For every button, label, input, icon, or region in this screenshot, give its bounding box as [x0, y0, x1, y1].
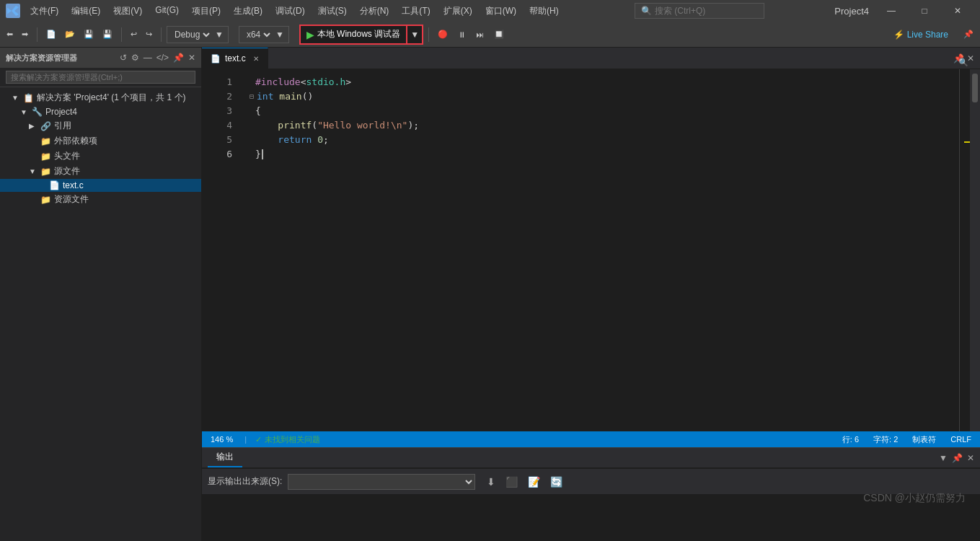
output-controls: 显示输出出来源(S): ⬇ ⬛ 📝 🔄	[202, 468, 980, 494]
toolbar-sep-4	[428, 27, 429, 42]
close-button[interactable]: ✕	[941, 0, 974, 22]
sidebar-search-input[interactable]	[6, 71, 195, 84]
toolbar-new-file[interactable]: 📄	[43, 25, 60, 44]
title-bar-left: 文件(F) 编辑(E) 视图(V) Git(G) 项目(P) 生成(B) 调试(…	[6, 4, 565, 19]
no-issues-status[interactable]: ✓ 未找到相关问题	[255, 434, 320, 445]
output-source-select[interactable]	[288, 474, 475, 490]
output-wrap-icon[interactable]: 📝	[525, 475, 543, 489]
toolbar-breakpoint[interactable]: 🔲	[490, 25, 508, 44]
sidebar-header-icons[interactable]: ↺ ⚙ — </> 📌 ✕	[120, 53, 195, 63]
output-toolbar-icons: ⬇ ⬛ 📝 🔄	[484, 475, 565, 489]
menu-tools[interactable]: 工具(T)	[396, 4, 436, 19]
toolbar-sep-1	[37, 27, 37, 42]
code-content[interactable]: ▼ #include<stdio.h> ⊟ int main() ▼ {	[238, 69, 970, 431]
output-refresh-icon[interactable]: 🔄	[547, 475, 565, 489]
zoom-level[interactable]: 146 %	[208, 435, 236, 444]
sidebar-search[interactable]: 🔍	[0, 68, 201, 87]
live-share-button[interactable]: ⚡ ⚡ Live Share Live Share	[888, 27, 954, 43]
encoding-status[interactable]: 制表符	[909, 434, 939, 445]
output-tab-output[interactable]: 输出	[208, 448, 242, 467]
menu-window[interactable]: 窗口(W)	[480, 4, 522, 19]
tab-empty-space	[268, 48, 948, 69]
output-header-icons[interactable]: ▼ 📌 ✕	[939, 453, 974, 463]
search-box[interactable]: 🔍	[635, 3, 764, 19]
toolbar-debug-step[interactable]: ⏭	[472, 25, 487, 44]
fold-icon-2[interactable]: ⊟	[250, 89, 254, 104]
arch-config-select[interactable]: x64	[244, 29, 273, 40]
tree-label-external-deps: 外部依赖项	[54, 135, 97, 147]
col-status[interactable]: 字符: 2	[870, 434, 901, 445]
sidebar-title: 解决方案资源管理器	[6, 53, 77, 63]
run-dropdown-arrow[interactable]: ▼	[407, 25, 423, 45]
toolbar-open-file[interactable]: 📂	[61, 25, 79, 44]
tree-item-textc[interactable]: ▶ 📄 text.c	[0, 179, 201, 192]
tree-arrow-solution: ▼	[12, 94, 20, 102]
tree-icon-project: 🔧	[32, 107, 43, 117]
minimize-button[interactable]: —	[875, 0, 908, 22]
scroll-thumb[interactable]	[972, 74, 978, 102]
menu-test[interactable]: 测试(S)	[312, 4, 353, 19]
sidebar-code-icon[interactable]: </>	[156, 53, 169, 63]
output-dropdown-icon[interactable]: ▼	[939, 453, 948, 463]
toolbar-save[interactable]: 💾	[99, 25, 116, 44]
toolbar-save-all[interactable]: 💾	[80, 25, 97, 44]
debug-config-dropdown[interactable]: Debug ▼	[167, 26, 229, 43]
tree-icon-sources: 📁	[40, 167, 51, 177]
tree-item-references[interactable]: ▶ 🔗 引用	[0, 118, 201, 133]
toolbar-undo[interactable]: ↩	[127, 25, 141, 44]
menu-git[interactable]: Git(G)	[149, 4, 185, 19]
menu-help[interactable]: 帮助(H)	[524, 4, 565, 19]
run-debugger-button[interactable]: ▶ 本地 Windows 调试器	[299, 25, 407, 45]
menu-edit[interactable]: 编辑(E)	[66, 4, 106, 19]
code-line-2: ⊟ int main()	[250, 89, 970, 104]
row-status[interactable]: 行: 6	[839, 434, 862, 445]
menu-analyze[interactable]: 分析(N)	[354, 4, 395, 19]
cursor	[262, 149, 263, 159]
tab-close-textc[interactable]: ✕	[253, 55, 259, 63]
tree-arrow-references: ▶	[29, 122, 37, 130]
menu-bar[interactable]: 文件(F) 编辑(E) 视图(V) Git(G) 项目(P) 生成(B) 调试(…	[25, 4, 565, 19]
right-scrollbar[interactable]	[970, 69, 980, 431]
output-pin-icon[interactable]: 📌	[952, 453, 963, 463]
toolbar-btn-forward[interactable]: ➡	[18, 25, 32, 44]
debug-config-select[interactable]: Debug	[172, 29, 212, 40]
menu-file[interactable]: 文件(F)	[25, 4, 64, 19]
dropdown-arrow-icon: ▼	[215, 30, 224, 40]
tree-item-headers[interactable]: ▶ 📁 头文件	[0, 149, 201, 164]
toolbar-edit-group: ↩ ↪	[127, 25, 156, 44]
maximize-button[interactable]: □	[908, 0, 941, 22]
search-input[interactable]	[655, 6, 756, 16]
sidebar-settings-icon[interactable]: ⚙	[131, 53, 139, 63]
tree-item-solution[interactable]: ▼ 📋 解决方案 'Project4' (1 个项目，共 1 个)	[0, 90, 201, 105]
sidebar-pin-icon[interactable]: 📌	[173, 53, 184, 63]
menu-view[interactable]: 视图(V)	[107, 4, 148, 19]
tab-textc[interactable]: 📄 text.c ✕	[202, 48, 268, 69]
output-tabs: 输出	[208, 448, 242, 467]
window-controls[interactable]: — □ ✕	[875, 0, 974, 22]
output-clear-icon[interactable]: ⬛	[503, 475, 521, 489]
menu-project[interactable]: 项目(P)	[186, 4, 226, 19]
close-brace: }	[255, 147, 261, 162]
printf-paren-open: (	[312, 118, 317, 133]
menu-build[interactable]: 生成(B)	[228, 4, 268, 19]
arch-config-dropdown[interactable]: x64 ▼	[239, 26, 289, 43]
toolbar-pin-button[interactable]: 📌	[960, 25, 977, 44]
menu-extensions[interactable]: 扩展(X)	[438, 4, 478, 19]
toolbar-btn-back[interactable]: ⬅	[3, 25, 17, 44]
sidebar-close-icon[interactable]: ✕	[188, 53, 195, 63]
sidebar-collapse-icon[interactable]: —	[144, 53, 152, 63]
tree-item-sources[interactable]: ▼ 📁 源文件	[0, 164, 201, 179]
tree-item-project[interactable]: ▼ 🔧 Project4	[0, 105, 201, 118]
tree-item-resources[interactable]: ▶ 📁 资源文件	[0, 192, 201, 207]
toolbar-redo[interactable]: ↪	[142, 25, 156, 44]
toolbar-debug-stop[interactable]: 🔴	[434, 25, 451, 44]
status-right: 行: 6 字符: 2 制表符 CRLF	[839, 434, 974, 445]
output-close-icon[interactable]: ✕	[967, 453, 974, 463]
menu-debug[interactable]: 调试(D)	[270, 4, 311, 19]
tree-item-external-deps[interactable]: ▶ 📁 外部依赖项	[0, 133, 201, 149]
line-ending-status[interactable]: CRLF	[948, 435, 974, 444]
output-copy-icon[interactable]: ⬇	[484, 475, 498, 489]
sidebar-sync-icon[interactable]: ↺	[120, 53, 127, 63]
code-editor[interactable]: 1 2 3 4 5 6 ▼ #include<stdio.h>	[202, 69, 980, 431]
toolbar-debug-pause[interactable]: ⏸	[454, 25, 469, 44]
